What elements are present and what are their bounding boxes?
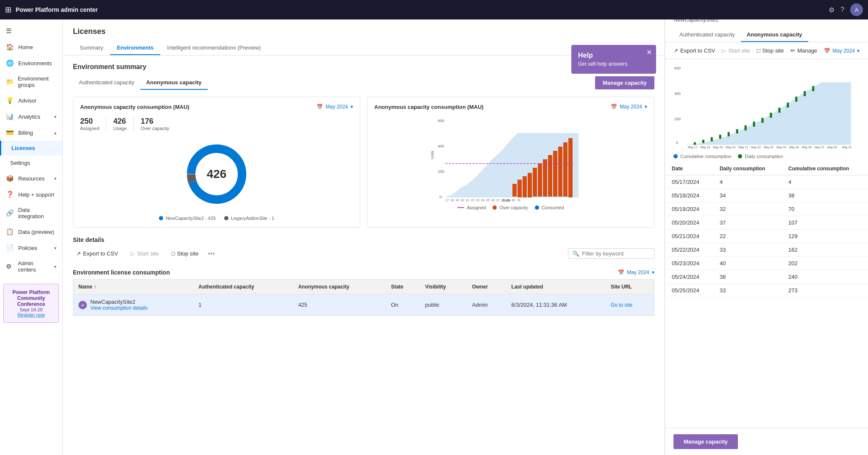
rp-table-row: 05/24/2024 38 240 — [665, 270, 868, 284]
cap-tab-anonymous[interactable]: Anonymous capacity — [140, 76, 208, 90]
grid-icon[interactable]: ⊞ — [5, 5, 11, 14]
sidebar-hamburger[interactable]: ☰ — [0, 23, 62, 39]
sidebar-item-environment-groups[interactable]: 📁 Environment groups — [0, 71, 62, 92]
svg-rect-47 — [719, 135, 721, 139]
rp-col-daily[interactable]: Daily consumption — [713, 162, 782, 175]
policies-chevron: ▾ — [54, 246, 56, 250]
col-name[interactable]: Name ↑ — [73, 280, 193, 294]
svg-text:600: 600 — [438, 119, 444, 123]
rp-tab-anonymous[interactable]: Anonymous capacity — [741, 28, 808, 42]
sidebar-item-resources[interactable]: 📦 Resources ▾ — [0, 170, 62, 186]
help-close-button[interactable]: ✕ — [646, 48, 652, 56]
more-options-button[interactable]: ••• — [208, 250, 215, 258]
sidebar-item-licenses[interactable]: Licenses — [0, 141, 62, 155]
rp-col-cumulative[interactable]: Cumulative consumption — [782, 162, 868, 175]
stop-icon: □ — [172, 250, 175, 257]
view-consumption-link[interactable]: View consumption details — [90, 305, 147, 311]
table-date-selector[interactable]: 📅 May 2024 ▾ — [618, 269, 654, 275]
analytics-chevron: ▾ — [54, 114, 56, 119]
tab-intelligent-recommendations[interactable]: Intelligent recommendations (Preview) — [160, 41, 267, 55]
site-toolbar: ↗ Export to CSV ▷ Start site □ Stop site… — [73, 248, 654, 259]
svg-rect-57 — [804, 91, 806, 96]
rp-manage-button[interactable]: ✏ Manage — [790, 47, 817, 54]
svg-text:22: 22 — [471, 199, 474, 202]
donut-date-selector[interactable]: 📅 May 2024 ▾ — [317, 104, 353, 110]
rp-export-icon: ↗ — [673, 47, 678, 54]
svg-text:31: 31 — [517, 199, 520, 202]
admin-centers-icon: ⚙ — [6, 263, 14, 270]
rp-start-site-button[interactable]: ▷ Start site — [722, 47, 750, 54]
data-integration-icon: 🔗 — [6, 209, 14, 217]
donut-legend: NewCapacitySite2 - 425 LegacyAddonSite -… — [80, 216, 353, 221]
search-input[interactable] — [582, 250, 650, 257]
tab-environments[interactable]: Environments — [110, 41, 161, 55]
billing-chevron: ▴ — [54, 130, 56, 135]
help-support-icon: ❓ — [6, 191, 14, 198]
stat-over-label: Over capacity — [141, 126, 169, 131]
rp-stop-site-button[interactable]: □ Stop site — [757, 47, 784, 54]
rp-cell-cumulative: 273 — [782, 284, 868, 297]
svg-rect-19 — [563, 142, 568, 197]
site-details-section: Site details ↗ Export to CSV ▷ Start sit… — [63, 228, 665, 259]
table-row[interactable]: NewCapacitySite2 View consumption detail… — [73, 294, 654, 316]
col-state[interactable]: State — [386, 280, 420, 294]
rp-legend-daily: Daily consumption — [738, 154, 783, 159]
site-name: NewCapacitySite2 — [90, 299, 147, 305]
avatar[interactable]: A — [850, 3, 863, 16]
sidebar-item-data-integration[interactable]: 🔗 Data integration — [0, 203, 62, 224]
register-link[interactable]: Register now — [9, 312, 53, 317]
col-owner[interactable]: Owner — [467, 280, 506, 294]
col-auth-capacity[interactable]: Authenticated capacity — [193, 280, 293, 294]
rp-cell-daily: 32 — [713, 203, 782, 216]
export-csv-button[interactable]: ↗ Export to CSV — [73, 249, 121, 258]
rp-date-label: May 2024 — [832, 48, 855, 54]
stop-site-button[interactable]: □ Stop site — [168, 249, 202, 258]
svg-rect-17 — [553, 151, 557, 197]
environments-table: Name ↑ Authenticated capacity Anonymous … — [73, 280, 654, 316]
rp-col-date[interactable]: Date — [665, 162, 713, 175]
cap-tab-authenticated[interactable]: Authenticated capacity — [73, 76, 140, 90]
search-box[interactable]: 🔍 — [568, 248, 654, 259]
svg-rect-45 — [702, 140, 704, 143]
help-popup-title: Help — [578, 52, 649, 59]
sidebar-item-help-support[interactable]: ❓ Help + support — [0, 186, 62, 203]
rp-manage-capacity-button[interactable]: Manage capacity — [673, 434, 738, 449]
svg-text:200: 200 — [438, 169, 444, 174]
sidebar-item-billing[interactable]: 💳 Billing ▴ — [0, 125, 62, 141]
svg-text:26: 26 — [491, 199, 495, 202]
site-details-header: Site details — [73, 236, 654, 243]
col-last-updated[interactable]: Last updated — [506, 280, 606, 294]
col-site-url[interactable]: Site URL — [606, 280, 654, 294]
svg-rect-44 — [694, 142, 696, 145]
sidebar-item-policies[interactable]: 📄 Policies ▾ — [0, 240, 62, 256]
tab-summary[interactable]: Summary — [73, 41, 110, 55]
sidebar-item-settings[interactable]: Settings — [0, 155, 62, 170]
help-icon[interactable]: ? — [840, 6, 844, 14]
donut-chart-title: Anonymous capacity consumption (MAU) — [80, 104, 189, 110]
sidebar-item-advisor[interactable]: 💡 Advisor — [0, 92, 62, 108]
sidebar-item-home[interactable]: 🏠 Home — [0, 39, 62, 55]
svg-text:May 24: May 24 — [776, 146, 786, 149]
svg-marker-43 — [686, 82, 851, 145]
stat-assigned-label: Assigned — [80, 126, 99, 131]
manage-capacity-button[interactable]: Manage capacity — [595, 76, 654, 89]
settings-icon[interactable]: ⚙ — [829, 6, 835, 14]
sidebar-item-admin-centers[interactable]: ⚙ Admin centers ▾ — [0, 256, 62, 277]
rp-footer: Manage capacity — [665, 428, 868, 455]
sidebar-item-data-preview[interactable]: 📋 Data (preview) — [0, 224, 62, 240]
col-visibility[interactable]: Visibility — [420, 280, 467, 294]
consumed-dot — [535, 205, 539, 210]
start-site-button[interactable]: ▷ Start site — [127, 249, 162, 258]
help-popup: ✕ Help Get self-help answers. — [571, 45, 656, 74]
sidebar-item-environments[interactable]: 🌐 Environments — [0, 55, 62, 71]
sidebar-item-analytics[interactable]: 📊 Analytics ▾ — [0, 108, 62, 125]
rp-export-csv-button[interactable]: ↗ Export to CSV — [673, 47, 715, 54]
svg-text:May 19: May 19 — [713, 146, 723, 149]
rp-date-filter[interactable]: 📅 May 2024 ▾ — [824, 48, 860, 54]
home-icon: 🏠 — [6, 43, 14, 51]
col-anon-capacity[interactable]: Anonymous capacity — [293, 280, 386, 294]
svg-text:17: 17 — [445, 199, 449, 202]
cell-site-url[interactable]: Go to site — [606, 294, 654, 316]
bar-date-selector[interactable]: 📅 May 2024 ▾ — [611, 104, 647, 110]
rp-tab-authenticated[interactable]: Authenticated capacity — [673, 28, 741, 42]
